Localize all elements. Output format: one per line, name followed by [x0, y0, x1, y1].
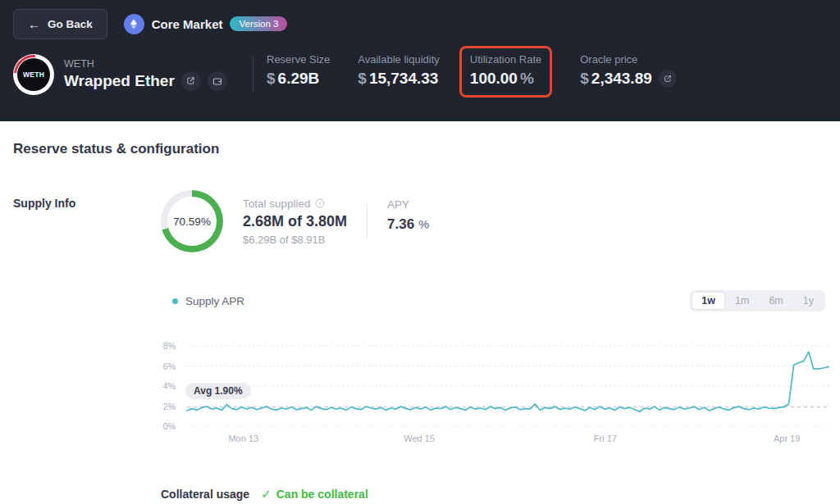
stat-value: 2,343.89: [591, 70, 652, 88]
collateral-status-text: Can be collateral: [276, 488, 368, 501]
weth-logo: WETH: [13, 54, 54, 95]
apy-block: APY 7.36 %: [387, 198, 429, 244]
currency-symbol: $: [580, 70, 589, 88]
stat-oracle-price: Oracle price $2,343.89: [580, 53, 677, 88]
percent-symbol: %: [418, 217, 429, 231]
go-back-button[interactable]: ← Go Back: [13, 9, 107, 39]
weth-logo-text: WETH: [17, 58, 50, 91]
section-title: Reserve status & configuration: [13, 141, 840, 157]
legend-label: Supply APR: [185, 295, 244, 307]
stat-value: 15,734.33: [369, 70, 439, 88]
y-axis-tick: 8%: [161, 341, 176, 351]
market-name: Core Market: [152, 17, 223, 31]
version-badge: Version 3: [230, 16, 287, 31]
range-button-6m[interactable]: 6m: [759, 292, 792, 310]
supplied-amount: 2.68M of 3.80M: [243, 213, 347, 230]
supply-info-row: Supply Info 70.59% Total supplied 2.68M …: [0, 190, 840, 252]
supply-apr-chart-area: 8% 6% 4% 2% 0% Avg 1.90% Mon 13Wed 15Fri…: [161, 341, 832, 449]
collateral-usage-label: Collateral usage: [161, 488, 249, 501]
stat-label: Oracle price: [580, 53, 677, 66]
supply-gauge: 70.59%: [161, 190, 223, 252]
total-supplied-label: Total supplied: [243, 198, 311, 210]
chart-header: Supply APR 1w 1m 6m 1y: [172, 290, 825, 311]
wallet-icon[interactable]: [208, 71, 227, 91]
supply-info-label: Supply Info: [0, 190, 161, 252]
oracle-external-link-icon[interactable]: [659, 70, 677, 88]
stat-value: 6.29B: [278, 70, 320, 88]
supplied-usd: $6.29B of $8.91B: [243, 234, 347, 246]
apy-value: 7.36: [387, 216, 414, 232]
range-button-1w[interactable]: 1w: [692, 292, 725, 310]
percent-symbol: %: [520, 70, 534, 88]
stat-label: Reserve Size: [267, 53, 330, 66]
supply-apr-chart[interactable]: [187, 346, 829, 428]
go-back-label: Go Back: [48, 18, 93, 30]
market-header: ← Go Back Core Market Version 3 WETH WET…: [0, 0, 840, 121]
range-button-1y[interactable]: 1y: [793, 292, 824, 310]
x-axis-tick: Wed 15: [390, 434, 448, 443]
y-axis-tick: 6%: [161, 361, 176, 371]
reserve-stats: Reserve Size $6.29B Available liquidity …: [267, 51, 677, 98]
y-axis-tick: 0%: [161, 421, 176, 431]
stat-available-liquidity: Available liquidity $15,734.33: [358, 53, 440, 88]
market-selector[interactable]: Core Market Version 3: [124, 14, 288, 34]
chart-legend: Supply APR: [172, 295, 244, 307]
asset-name: Wrapped Ether: [64, 72, 175, 90]
info-icon[interactable]: [315, 198, 325, 208]
stat-label: Utilization Rate: [470, 53, 541, 66]
stat-value: 100.00: [470, 70, 518, 88]
currency-symbol: $: [358, 70, 367, 88]
ethereum-icon: [124, 14, 144, 34]
collateral-usage-row: Collateral usage ✓ Can be collateral: [161, 487, 840, 502]
legend-dot-icon: [172, 298, 178, 304]
currency-symbol: $: [267, 70, 276, 88]
x-axis-tick: Mon 13: [215, 434, 272, 443]
time-range-selector: 1w 1m 6m 1y: [690, 290, 825, 311]
apy-divider: [367, 204, 368, 238]
stat-reserve-size: Reserve Size $6.29B: [267, 53, 330, 88]
y-axis-tick: 4%: [161, 381, 176, 391]
header-top-row: ← Go Back Core Market Version 3: [0, 0, 840, 39]
x-axis-tick: Apr 19: [758, 434, 815, 443]
apy-label: APY: [387, 198, 429, 211]
header-divider: [253, 57, 253, 93]
arrow-left-icon: ←: [28, 18, 40, 30]
y-axis-tick: 2%: [161, 402, 176, 411]
external-link-icon[interactable]: [181, 71, 201, 91]
total-supplied-block: Total supplied 2.68M of 3.80M $6.29B of …: [243, 198, 347, 246]
collateral-status: ✓ Can be collateral: [261, 487, 368, 502]
stat-label: Available liquidity: [358, 53, 440, 66]
supply-gauge-percent: 70.59%: [167, 197, 217, 246]
asset-symbol: WETH: [64, 58, 227, 70]
avg-apr-badge: Avg 1.90%: [185, 383, 251, 399]
range-button-1m[interactable]: 1m: [725, 292, 759, 310]
check-icon: ✓: [261, 487, 272, 502]
asset-stats-row: WETH WETH Wrapped Ether: [0, 39, 840, 98]
reserve-config-panel: Reserve status & configuration Supply In…: [0, 141, 840, 502]
x-axis-tick: Fri 17: [577, 434, 634, 443]
stat-utilization-rate-annotation-box: Utilization Rate 100.00%: [459, 46, 552, 98]
asset-identity: WETH WETH Wrapped Ether: [13, 54, 251, 95]
